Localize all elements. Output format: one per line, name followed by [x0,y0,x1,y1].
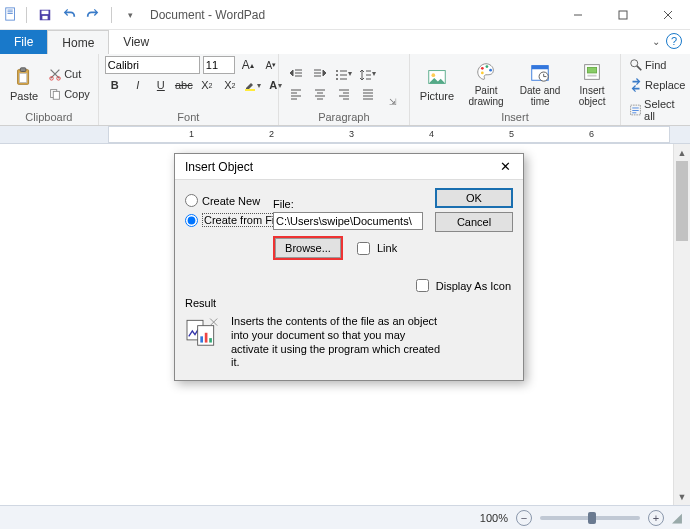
browse-highlight: Browse... [273,236,343,260]
group-label-insert: Insert [416,111,614,125]
svg-rect-1 [8,9,13,10]
zoom-out-button[interactable]: − [516,510,532,526]
file-label: File: [273,198,423,210]
paragraph-dialog-icon[interactable]: ⇲ [383,93,403,111]
window-title: Document - WordPad [150,8,265,22]
align-left-icon[interactable] [285,85,307,103]
selectall-button[interactable]: Select all [627,96,687,124]
paste-button[interactable]: Paste [6,64,42,104]
insert-datetime-button[interactable]: Date and time [514,59,566,109]
undo-icon[interactable] [59,6,79,24]
maximize-button[interactable] [600,0,645,30]
app-icon [4,7,18,23]
svg-rect-51 [532,65,549,69]
ruler-tick: 3 [349,129,354,139]
insert-object-button[interactable]: Insert object [570,59,614,109]
svg-rect-3 [8,13,13,14]
ok-button[interactable]: OK [435,188,513,208]
underline-icon[interactable]: U [151,76,171,94]
browse-button[interactable]: Browse... [275,238,341,258]
align-center-icon[interactable] [309,85,331,103]
tab-home[interactable]: Home [47,30,109,54]
redo-icon[interactable] [83,6,103,24]
svg-rect-6 [42,15,47,19]
svg-rect-62 [632,110,638,111]
display-as-icon-input[interactable] [416,279,429,292]
file-path-input[interactable] [273,212,423,230]
ruler[interactable]: 1 2 3 4 5 6 [0,126,690,144]
italic-icon[interactable]: I [128,76,148,94]
align-justify-icon[interactable] [357,85,379,103]
font-name-combo[interactable] [105,56,200,74]
align-right-icon[interactable] [333,85,355,103]
svg-point-47 [486,65,489,68]
replace-button[interactable]: Replace [627,76,687,94]
font-size-combo[interactable] [203,56,235,74]
group-paragraph: ⇲ Paragraph [279,54,410,125]
tab-view[interactable]: View [109,30,163,54]
radio-create-new-input[interactable] [185,194,198,207]
ruler-tick: 5 [509,129,514,139]
qat-customize-icon[interactable]: ▾ [120,6,140,24]
insert-picture-button[interactable]: Picture [416,64,458,104]
group-font: A▴ A▾ B I U abc X2 X2 A Font [99,54,279,125]
svg-rect-8 [619,11,627,19]
save-icon[interactable] [35,6,55,24]
subscript-icon[interactable]: X2 [197,76,217,94]
svg-rect-17 [53,91,59,99]
line-spacing-icon[interactable] [357,65,379,83]
cut-button[interactable]: Cut [46,65,92,83]
ribbon-minimize-icon[interactable]: ⌄ [652,36,660,47]
indent-increase-icon[interactable] [309,65,331,83]
result-label: Result [185,297,441,309]
svg-rect-2 [8,11,13,12]
svg-point-48 [489,68,492,71]
copy-button[interactable]: Copy [46,85,92,103]
vertical-scrollbar[interactable]: ▲ ▼ [673,144,690,505]
ribbon-tabs: File Home View ⌄ ? [0,30,690,54]
list-icon[interactable] [333,65,355,83]
svg-rect-12 [20,67,25,71]
zoom-percent: 100% [480,512,508,524]
title-bar: ▾ Document - WordPad [0,0,690,30]
shrink-font-icon[interactable]: A▾ [261,56,281,74]
grow-font-icon[interactable]: A▴ [238,56,258,74]
scroll-up-icon[interactable]: ▲ [674,144,690,161]
insert-object-dialog: Insert Object ✕ Create New Create from F… [174,153,524,381]
svg-line-59 [637,66,641,70]
group-clipboard: Paste Cut Copy Clipboard [0,54,99,125]
insert-paint-button[interactable]: Paint drawing [462,59,510,109]
indent-decrease-icon[interactable] [285,65,307,83]
dialog-close-button[interactable]: ✕ [493,157,517,177]
help-icon[interactable]: ? [666,33,682,49]
status-grip-icon: ◢ [672,510,682,525]
close-button[interactable] [645,0,690,30]
superscript-icon[interactable]: X2 [220,76,240,94]
svg-rect-56 [587,67,596,73]
svg-rect-13 [19,73,26,82]
highlight-color-icon[interactable] [243,76,263,94]
scroll-down-icon[interactable]: ▼ [674,488,690,505]
zoom-slider[interactable] [540,516,640,520]
link-checkbox-input[interactable] [357,242,370,255]
link-checkbox[interactable]: Link [353,239,397,258]
group-label-font: Font [105,111,272,125]
bold-icon[interactable]: B [105,76,125,94]
scroll-thumb[interactable] [676,161,688,241]
minimize-button[interactable] [555,0,600,30]
ruler-tick: 4 [429,129,434,139]
strike-icon[interactable]: abc [174,76,194,94]
result-text: Inserts the contents of the file as an o… [231,315,441,370]
display-as-icon-checkbox[interactable]: Display As Icon [412,276,511,295]
cancel-button[interactable]: Cancel [435,212,513,232]
svg-rect-63 [632,112,636,113]
quick-access-toolbar: ▾ [4,6,140,24]
tab-file[interactable]: File [0,30,47,54]
svg-point-58 [631,60,638,67]
radio-create-from-file-input[interactable] [185,214,198,227]
dialog-titlebar[interactable]: Insert Object ✕ [175,154,523,180]
find-button[interactable]: Find [627,56,668,74]
ribbon: Paste Cut Copy Clipboard A▴ A▾ [0,54,690,126]
dialog-title: Insert Object [185,160,253,174]
zoom-in-button[interactable]: + [648,510,664,526]
